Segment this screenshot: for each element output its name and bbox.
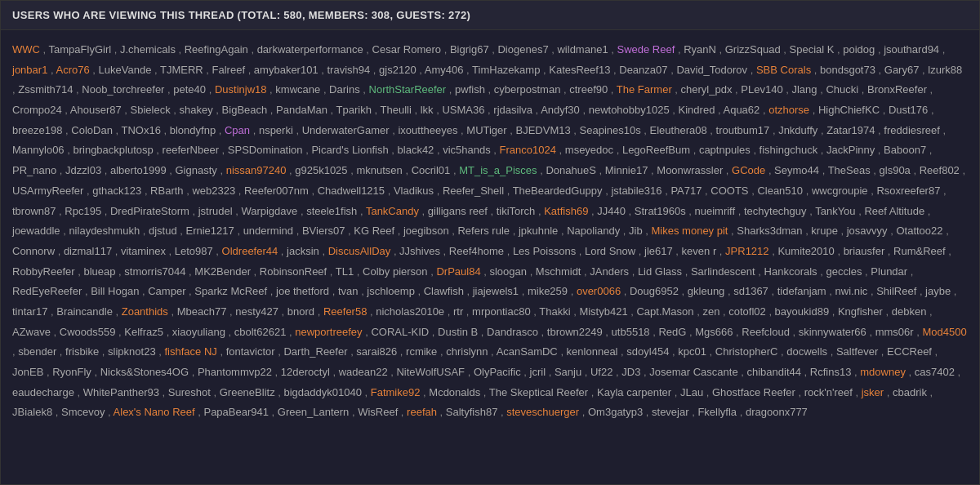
list-item[interactable]: steele1fish: [306, 205, 357, 217]
list-item[interactable]: Josemar Cascante: [649, 366, 737, 378]
list-item[interactable]: Vladikus: [394, 185, 434, 197]
list-item[interactable]: DrPaul84: [436, 265, 480, 278]
list-item[interactable]: PR_nano: [12, 164, 56, 176]
list-item[interactable]: JJshives: [399, 245, 440, 257]
list-item[interactable]: TampaFlyGirl: [49, 43, 112, 56]
list-item[interactable]: eaudecharge: [12, 386, 74, 398]
list-item[interactable]: troutbum17: [716, 124, 770, 136]
list-item[interactable]: Reef Altitude: [864, 205, 924, 217]
list-item[interactable]: Lord Snow: [585, 245, 635, 257]
list-item[interactable]: JackPinny: [826, 144, 875, 156]
list-item[interactable]: Dandrasco: [487, 326, 538, 338]
list-item[interactable]: chrislynn: [446, 345, 488, 358]
list-item[interactable]: captnpules: [699, 144, 751, 156]
list-item[interactable]: lkk: [421, 104, 434, 116]
list-item[interactable]: Swede Reef: [617, 43, 675, 56]
list-item[interactable]: jsouthard94: [884, 43, 939, 56]
list-item[interactable]: nesty427: [235, 305, 278, 318]
list-item[interactable]: Jib: [629, 225, 643, 237]
list-item[interactable]: Kngfisher: [838, 305, 883, 318]
list-item[interactable]: TankCandy: [366, 205, 419, 217]
list-item[interactable]: techytechguy: [744, 205, 807, 217]
list-item[interactable]: SPSDomination: [228, 144, 303, 156]
list-item[interactable]: tidefanjam: [777, 285, 826, 297]
list-item[interactable]: Bigrig67: [450, 43, 489, 56]
list-item[interactable]: Kindred: [679, 104, 715, 116]
list-item[interactable]: lzurk88: [928, 64, 962, 76]
list-item[interactable]: docwells: [786, 345, 827, 358]
list-item[interactable]: reefah: [407, 406, 437, 418]
list-item[interactable]: Les Poissons: [513, 245, 576, 257]
list-item[interactable]: Cocril01: [412, 164, 451, 176]
list-item[interactable]: Hankcorals: [764, 265, 817, 278]
list-item[interactable]: GCode: [732, 164, 765, 176]
list-item[interactable]: Darins: [329, 83, 360, 96]
list-item[interactable]: Crompo24: [12, 104, 62, 116]
list-item[interactable]: sloogan: [489, 265, 527, 278]
list-item[interactable]: Zssmith714: [18, 83, 73, 96]
list-item[interactable]: Kayla carpenter: [597, 386, 671, 398]
list-item[interactable]: frisbike: [65, 345, 99, 358]
list-item[interactable]: Saltyfish87: [446, 406, 498, 418]
list-item[interactable]: Moonwrassler: [657, 164, 723, 176]
list-item[interactable]: GreeneBlitz: [220, 386, 275, 398]
list-item[interactable]: Theulli: [381, 104, 412, 116]
list-item[interactable]: Dust176: [889, 104, 928, 116]
list-item[interactable]: mseyedoc: [565, 144, 613, 156]
list-item[interactable]: rtr: [453, 305, 463, 318]
list-item[interactable]: gls90a: [880, 164, 911, 176]
list-item[interactable]: BronxReefer: [867, 83, 927, 96]
list-item[interactable]: 12deroctyl: [281, 366, 330, 378]
list-item[interactable]: stmorris7044: [124, 265, 185, 278]
list-item[interactable]: CORAL-KID: [371, 326, 429, 338]
list-item[interactable]: kmwcane: [275, 83, 320, 96]
list-item[interactable]: Gignasty: [176, 164, 217, 176]
list-item[interactable]: jsker: [862, 386, 884, 398]
list-item[interactable]: rock'n'reef: [804, 386, 853, 398]
list-item[interactable]: PandaMan: [276, 104, 327, 116]
list-item[interactable]: blueap: [83, 265, 115, 278]
list-item[interactable]: MUTiger: [466, 124, 506, 136]
list-item[interactable]: Andyf30: [541, 104, 580, 116]
list-item[interactable]: Otattoo22: [896, 225, 942, 237]
list-item[interactable]: SBB Corals: [756, 64, 811, 76]
list-item[interactable]: nissan97240: [226, 164, 287, 176]
list-item[interactable]: utb5518: [612, 326, 650, 338]
list-item[interactable]: Kelfraz5: [124, 326, 163, 338]
list-item[interactable]: Special K: [790, 43, 835, 56]
list-item[interactable]: newportreefey: [295, 326, 362, 338]
list-item[interactable]: Om3gatyp3: [588, 406, 643, 418]
list-item[interactable]: gthack123: [92, 185, 141, 197]
list-item[interactable]: gjs2120: [379, 64, 416, 76]
list-item[interactable]: fontavictor: [226, 345, 275, 358]
list-item[interactable]: USMA36: [442, 104, 484, 116]
list-item[interactable]: Rsoxreefer87: [876, 185, 940, 197]
list-item[interactable]: WWC: [12, 43, 40, 56]
list-item[interactable]: Tparikh: [336, 104, 372, 116]
list-item[interactable]: Reefer58: [323, 305, 367, 318]
list-item[interactable]: JJ440: [597, 205, 626, 217]
list-item[interactable]: tbrown2249: [547, 326, 603, 338]
list-item[interactable]: alberto1999: [110, 164, 167, 176]
list-item[interactable]: TankYou: [815, 205, 855, 217]
list-item[interactable]: poidog: [843, 43, 875, 56]
list-item[interactable]: Diogenes7: [497, 43, 548, 56]
list-item[interactable]: jiajewels1: [473, 285, 519, 297]
list-item[interactable]: Katfish69: [544, 205, 588, 217]
list-item[interactable]: freddiesreef: [884, 124, 940, 136]
list-item[interactable]: Connorw: [12, 245, 55, 257]
list-item[interactable]: Mschmidt: [536, 265, 581, 278]
list-item[interactable]: JAnders: [590, 265, 629, 278]
list-item[interactable]: RyanN: [684, 43, 716, 56]
list-item[interactable]: Reefcloud: [742, 326, 790, 338]
list-item[interactable]: skinnywater66: [799, 326, 866, 338]
list-item[interactable]: shakey: [180, 104, 213, 116]
list-item[interactable]: Acro76: [56, 64, 90, 76]
list-item[interactable]: jstabile316: [611, 185, 662, 197]
list-item[interactable]: Napoliandy: [567, 225, 620, 237]
list-item[interactable]: jacksin: [287, 245, 319, 257]
list-item[interactable]: nueimriff: [694, 205, 735, 217]
list-item[interactable]: bigdaddyk01040: [283, 386, 361, 398]
list-item[interactable]: kenlonneal: [567, 345, 618, 358]
list-item[interactable]: Seymo44: [774, 164, 819, 176]
